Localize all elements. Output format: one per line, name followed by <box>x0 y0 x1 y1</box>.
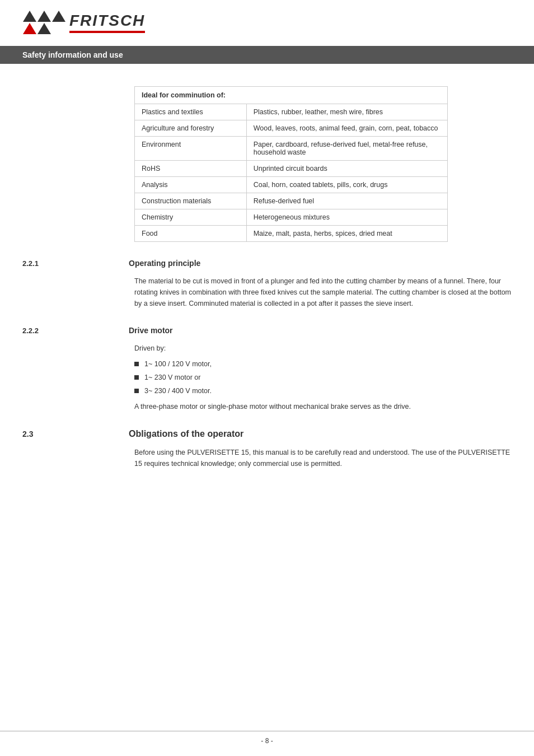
section-23-body: Before using the PULVERISETTE 15, this m… <box>134 447 512 469</box>
subsection-221: 2.2.1 Operating principle The material t… <box>22 259 512 309</box>
subsection-221-number: 2.2.1 <box>22 259 129 268</box>
table-cell-description: Plastics, rubber, leather, mesh wire, fi… <box>246 104 447 120</box>
drive-motor-note: A three-phase motor or single-phase moto… <box>134 401 512 412</box>
driven-by-label: Driven by: <box>134 343 512 354</box>
footer: - 8 - <box>0 731 534 745</box>
triangle-icon <box>23 11 36 22</box>
table-cell-category: Agriculture and forestry <box>135 120 247 137</box>
triangle-icon <box>38 11 51 22</box>
section-header: Safety information and use <box>0 46 534 64</box>
section-23-title-row: 2.3 Obligations of the operator <box>22 429 512 439</box>
triangle-icon <box>52 11 65 22</box>
table-cell-category: Environment <box>135 137 247 161</box>
logo-underline <box>69 31 145 33</box>
table-row: EnvironmentPaper, cardboard, refuse-deri… <box>135 137 448 161</box>
main-content: Ideal for comminution of: Plastics and t… <box>0 64 534 480</box>
table-cell-category: Analysis <box>135 177 247 193</box>
table-row: Agriculture and forestryWood, leaves, ro… <box>135 120 448 137</box>
logo-triangles <box>22 10 66 35</box>
subsection-222-title-row: 2.2.2 Drive motor <box>22 326 512 335</box>
table-cell-description: Wood, leaves, roots, animal feed, grain,… <box>246 120 447 137</box>
page-number: - 8 - <box>261 737 273 745</box>
triangle-icon <box>38 23 51 34</box>
table-cell-category: Plastics and textiles <box>135 104 247 120</box>
table-cell-category: Food <box>135 226 247 242</box>
table-cell-description: Refuse-derived fuel <box>246 193 447 209</box>
list-item: 1~ 230 V motor or <box>134 372 512 383</box>
list-item: 1~ 100 / 120 V motor, <box>134 358 512 370</box>
bullet-icon <box>134 362 139 366</box>
table-cell-description: Coal, horn, coated tablets, pills, cork,… <box>246 177 447 193</box>
subsection-221-body: The material to be cut is moved in front… <box>134 276 512 309</box>
bullet-text: 1~ 100 / 120 V motor, <box>144 358 212 370</box>
table-row: ChemistryHeterogeneous mixtures <box>135 209 448 226</box>
table-header: Ideal for comminution of: <box>135 87 448 104</box>
table-cell-description: Paper, cardboard, refuse-derived fuel, m… <box>246 137 447 161</box>
comminution-table: Ideal for comminution of: Plastics and t… <box>134 86 448 242</box>
bullet-icon <box>134 375 139 380</box>
table-cell-description: Maize, malt, pasta, herbs, spices, dried… <box>246 226 447 242</box>
bullet-text: 3~ 230 / 400 V motor. <box>144 385 212 396</box>
subsection-222-title: Drive motor <box>129 326 173 335</box>
section-header-title: Safety information and use <box>22 50 123 59</box>
bullet-text: 1~ 230 V motor or <box>144 372 200 383</box>
comminution-table-container: Ideal for comminution of: Plastics and t… <box>134 86 512 242</box>
table-row: Plastics and textilesPlastics, rubber, l… <box>135 104 448 120</box>
table-row: Construction materialsRefuse-derived fue… <box>135 193 448 209</box>
table-cell-description: Unprinted circuit boards <box>246 161 447 177</box>
subsection-222-body: Driven by: 1~ 100 / 120 V motor,1~ 230 V… <box>134 343 512 412</box>
subsection-221-title-row: 2.2.1 Operating principle <box>22 259 512 268</box>
logo-text-block: FRITSCH <box>69 12 145 33</box>
section-23-title: Obligations of the operator <box>129 429 243 439</box>
triangle-red-icon <box>23 23 36 34</box>
bullet-icon <box>134 389 139 393</box>
table-row: AnalysisCoal, horn, coated tablets, pill… <box>135 177 448 193</box>
table-cell-category: Chemistry <box>135 209 247 226</box>
section-23-number: 2.3 <box>22 430 129 438</box>
subsection-221-title: Operating principle <box>129 259 200 268</box>
subsection-222-number: 2.2.2 <box>22 326 129 335</box>
table-cell-category: RoHS <box>135 161 247 177</box>
table-row: RoHSUnprinted circuit boards <box>135 161 448 177</box>
logo: FRITSCH <box>22 10 145 35</box>
bullet-list: 1~ 100 / 120 V motor,1~ 230 V motor or3~… <box>134 358 512 396</box>
header: FRITSCH <box>0 0 534 40</box>
table-cell-category: Construction materials <box>135 193 247 209</box>
table-row: FoodMaize, malt, pasta, herbs, spices, d… <box>135 226 448 242</box>
list-item: 3~ 230 / 400 V motor. <box>134 385 512 396</box>
subsection-222: 2.2.2 Drive motor Driven by: 1~ 100 / 12… <box>22 326 512 412</box>
logo-text: FRITSCH <box>69 12 145 30</box>
table-cell-description: Heterogeneous mixtures <box>246 209 447 226</box>
